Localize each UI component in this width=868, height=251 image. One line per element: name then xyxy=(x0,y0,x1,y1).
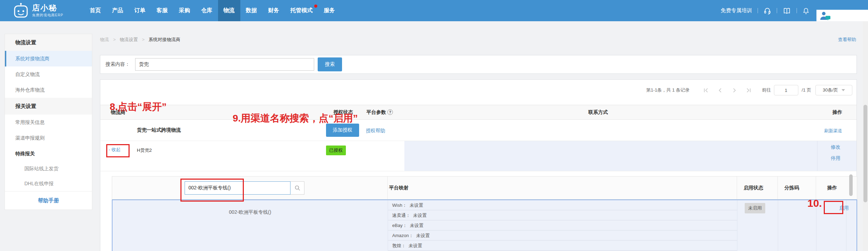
provider-name: 货兜一站式跨境物流 xyxy=(137,127,181,133)
nav-item-logistics[interactable]: 物流 xyxy=(218,0,240,21)
last-page-icon[interactable] xyxy=(746,88,751,93)
mapping-row-aliexpress: 速卖通：未设置 xyxy=(388,210,737,220)
nav-right: 免费专属培训 xyxy=(721,0,868,21)
nav-item-customer-service[interactable]: 客服 xyxy=(151,0,173,21)
nav-item-warehouse[interactable]: 仓库 xyxy=(196,0,218,21)
bell-icon[interactable] xyxy=(803,7,809,15)
breadcrumb: 物流 > 物流设置 > 系统对接物流商 查看帮助 xyxy=(100,37,857,44)
divider xyxy=(797,8,797,13)
sidebar-section-customs-settings: 报关设置 xyxy=(5,98,92,115)
sidebar-section-logistics-settings: 物流设置 xyxy=(5,34,92,51)
platform-label: 速卖通： xyxy=(392,213,410,218)
main-content: 物流 > 物流设置 > 系统对接物流商 查看帮助 搜索内容： 搜索 第1-1条，… xyxy=(100,21,857,251)
prev-page-icon[interactable] xyxy=(718,88,723,93)
add-authorization-button[interactable]: 添加授权 xyxy=(326,124,359,137)
sidebar-help-manual-link[interactable]: 帮助手册 xyxy=(5,191,92,209)
col-header-channel-action: 操作 xyxy=(827,177,837,199)
sidebar-item-custom-logistics[interactable]: 自定义物流 xyxy=(5,66,92,82)
goto-label: 前往 xyxy=(762,87,771,93)
divider xyxy=(758,8,758,13)
row-highlight xyxy=(404,141,857,171)
page-scrollbar-track[interactable] xyxy=(863,21,868,251)
page-scrollbar-thumb[interactable] xyxy=(863,105,867,202)
search-label: 搜索内容： xyxy=(106,61,130,68)
first-page-icon[interactable] xyxy=(703,88,708,93)
user-avatar[interactable] xyxy=(816,10,868,21)
collapse-link[interactable]: - 收起 xyxy=(109,147,121,153)
headset-icon[interactable] xyxy=(764,7,771,15)
nav-item-products[interactable]: 产品 xyxy=(107,0,129,21)
mapping-value: 未设置 xyxy=(413,213,427,218)
notification-dot xyxy=(314,5,317,8)
authorization-help-link[interactable]: 授权帮助 xyxy=(366,128,385,134)
page-number-input[interactable] xyxy=(774,85,798,95)
channel-row-selected[interactable]: 002-欧洲平板专线() Wish：未设置 速卖通：未设置 eBay：未设置 A… xyxy=(112,199,857,251)
authorized-badge: 已授权 xyxy=(326,146,346,155)
view-help-link[interactable]: 查看帮助 xyxy=(838,37,856,43)
free-training-link[interactable]: 免费专属培训 xyxy=(721,7,752,14)
page-size-select[interactable]: 30条/页 xyxy=(815,85,852,95)
sidebar-item-system-carriers[interactable]: 系统对接物流商 xyxy=(5,51,92,66)
carriers-panel: 第1-1条，共 1 条记录 前往 /1 页 30条/页 xyxy=(100,79,857,251)
nav-item-finance[interactable]: 财务 xyxy=(263,0,285,21)
nav-item-trusteeship[interactable]: 托管模式 xyxy=(285,0,318,21)
logo-title: 店小秘 xyxy=(32,4,63,12)
platform-label: eBay： xyxy=(392,223,407,228)
logo-subtitle: 免费跨境电商ERP xyxy=(32,13,63,18)
disable-link[interactable]: 停用 xyxy=(831,155,840,162)
nav-item-services[interactable]: 服务 xyxy=(318,0,341,21)
annotation-step-10: 10. xyxy=(807,197,822,209)
col-header-platform-params: 平台参数? xyxy=(366,105,393,119)
question-circle-icon[interactable]: ? xyxy=(387,109,393,115)
platform-label: 敦煌： xyxy=(392,243,406,248)
platform-mapping-list: Wish：未设置 速卖通：未设置 eBay：未设置 Amazon：未设置 敦煌：… xyxy=(388,200,737,251)
user-avatar-icon xyxy=(819,11,831,21)
col-header-enable-status: 启用状态 xyxy=(744,177,763,199)
app-logo[interactable]: 店小秘 免费跨境电商ERP xyxy=(13,3,63,19)
mapping-value: 未设置 xyxy=(410,203,423,208)
breadcrumb-separator: > xyxy=(113,37,116,42)
nav-item-data[interactable]: 数据 xyxy=(240,0,263,21)
mapping-value: 未设置 xyxy=(416,233,430,238)
divider xyxy=(777,8,777,13)
main-nav: 首页 产品 订单 客服 采购 仓库 物流 数据 财务 托管模式 服务 xyxy=(84,0,341,21)
col-header-sorting-code: 分拣码 xyxy=(784,177,799,199)
table-row-expanded-account: - 收起 H货兜2 已授权 修改 停用 xyxy=(100,141,857,171)
channel-search-input[interactable] xyxy=(185,181,290,195)
mapping-row-wish: Wish：未设置 xyxy=(388,200,737,210)
top-nav: 店小秘 免费跨境电商ERP 首页 产品 订单 客服 采购 仓库 物流 数据 财务… xyxy=(0,0,868,21)
sidebar-item-dhl-online-declaration[interactable]: DHL在线申报 xyxy=(5,176,92,191)
search-button[interactable]: 搜索 xyxy=(318,57,342,71)
search-panel: 搜索内容： 搜索 xyxy=(100,55,857,74)
account-name: H货兜2 xyxy=(137,147,152,154)
sidebar-item-overseas-warehouse[interactable]: 海外仓库物流 xyxy=(5,82,92,98)
breadcrumb-logistics[interactable]: 物流 xyxy=(100,37,109,42)
channel-search-button[interactable] xyxy=(290,181,304,195)
enable-link[interactable]: 启用 xyxy=(839,205,849,211)
mapping-row-dhgate: 敦煌：未设置 xyxy=(388,241,737,251)
col-header-contact: 联系方式 xyxy=(588,105,608,119)
edit-link[interactable]: 修改 xyxy=(831,144,840,150)
nav-item-label: 托管模式 xyxy=(290,7,313,14)
search-input[interactable] xyxy=(135,58,314,71)
annotation-step-9: 9.用渠道名称搜索，点“启用” xyxy=(233,112,358,125)
sidebar-item-channel-declaration-rules[interactable]: 渠道申报规则 xyxy=(5,130,92,146)
manual-book-icon[interactable] xyxy=(783,7,791,15)
next-page-icon[interactable] xyxy=(732,88,737,93)
search-icon xyxy=(294,185,301,191)
nav-item-purchasing[interactable]: 采购 xyxy=(173,0,196,21)
sidebar-item-international-shipping[interactable]: 国际站线上发货 xyxy=(5,161,92,176)
pagination: 第1-1条，共 1 条记录 前往 /1 页 30条/页 xyxy=(646,85,852,96)
nav-item-home[interactable]: 首页 xyxy=(84,0,107,21)
annotation-step-8: 8.点击“展开” xyxy=(110,100,166,113)
table-row-provider: 货兜一站式跨境物流 添加授权 授权帮助 刷新渠道 xyxy=(100,120,857,141)
nav-item-orders[interactable]: 订单 xyxy=(129,0,151,21)
inner-scrollbar-thumb[interactable] xyxy=(849,174,853,196)
sidebar: 物流设置 系统对接物流商 自定义物流 海外仓库物流 报关设置 常用报关信息 渠道… xyxy=(5,34,92,210)
mapping-value: 未设置 xyxy=(410,223,424,228)
breadcrumb-logistics-settings[interactable]: 物流设置 xyxy=(120,37,138,42)
channel-name: 002-欧洲平板专线() xyxy=(113,209,388,215)
sidebar-item-common-customs-info[interactable]: 常用报关信息 xyxy=(5,115,92,130)
breadcrumb-separator: > xyxy=(142,37,145,42)
refresh-channels-link[interactable]: 刷新渠道 xyxy=(824,128,842,134)
